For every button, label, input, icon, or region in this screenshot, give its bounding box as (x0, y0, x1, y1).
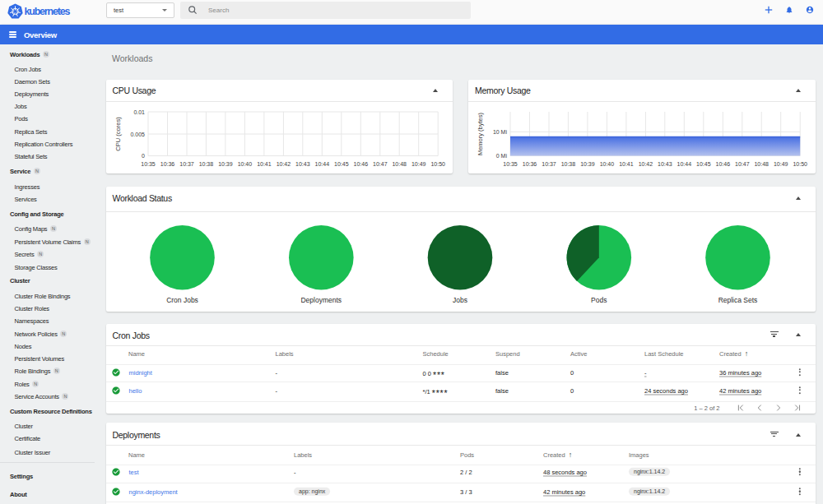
svg-text:10:44: 10:44 (677, 161, 692, 167)
svg-text:Memory (bytes): Memory (bytes) (477, 112, 484, 155)
svg-text:Cron Jobs: Cron Jobs (166, 295, 198, 303)
svg-text:10:47: 10:47 (373, 161, 388, 167)
svg-text:10:49: 10:49 (774, 161, 788, 167)
svg-text:10:36: 10:36 (160, 161, 174, 167)
svg-text:10:46: 10:46 (716, 161, 731, 167)
svg-text:10:41: 10:41 (257, 161, 272, 167)
svg-text:0.01: 0.01 (133, 109, 145, 115)
svg-text:Pods: Pods (591, 295, 607, 303)
svg-text:0 Mi: 0 Mi (496, 153, 508, 159)
svg-text:0.005: 0.005 (130, 132, 145, 137)
svg-text:CPU (cores): CPU (cores) (114, 117, 122, 151)
svg-text:10:42: 10:42 (639, 161, 653, 167)
svg-text:10:38: 10:38 (198, 161, 213, 167)
svg-text:10:48: 10:48 (392, 161, 407, 167)
svg-text:10:49: 10:49 (411, 161, 425, 167)
svg-text:10:39: 10:39 (218, 161, 233, 167)
svg-text:10:35: 10:35 (141, 161, 156, 167)
svg-text:10:44: 10:44 (314, 161, 329, 167)
svg-text:10:37: 10:37 (179, 161, 194, 167)
svg-text:10:39: 10:39 (580, 161, 595, 167)
svg-text:10:47: 10:47 (735, 161, 750, 167)
svg-text:10:45: 10:45 (696, 161, 711, 167)
svg-text:10 Mi: 10 Mi (493, 129, 508, 135)
svg-text:Jobs: Jobs (453, 295, 467, 303)
svg-text:10:43: 10:43 (295, 161, 310, 167)
svg-text:10:46: 10:46 (353, 161, 368, 167)
svg-text:10:41: 10:41 (619, 161, 634, 167)
svg-text:10:37: 10:37 (542, 161, 556, 167)
svg-text:10:36: 10:36 (523, 161, 537, 167)
svg-text:10:43: 10:43 (658, 161, 672, 167)
svg-text:10:38: 10:38 (561, 161, 576, 167)
svg-text:10:40: 10:40 (600, 161, 615, 167)
svg-text:10:50: 10:50 (430, 161, 445, 167)
svg-text:Deployments: Deployments (300, 295, 342, 303)
svg-text:10:50: 10:50 (793, 161, 807, 167)
svg-text:10:42: 10:42 (276, 161, 291, 167)
svg-text:10:45: 10:45 (334, 161, 349, 167)
svg-text:0: 0 (142, 153, 145, 159)
svg-text:10:35: 10:35 (503, 161, 518, 167)
svg-text:10:48: 10:48 (754, 161, 769, 167)
svg-text:Replica Sets: Replica Sets (718, 295, 757, 303)
svg-text:10:40: 10:40 (237, 161, 252, 167)
